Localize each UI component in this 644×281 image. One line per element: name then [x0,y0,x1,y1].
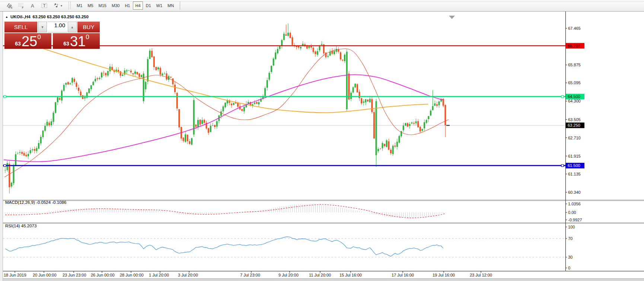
bid-price-marker [446,125,450,126]
buy-price-point: 0 [86,34,89,41]
main-toolbar: EFAT▼ M1M5M15M30H1H4D1W1MN [0,0,644,12]
buy-button[interactable]: BUY [77,22,100,32]
macd-axis-label: 1.0356 [568,202,581,206]
rsi-indicator-label: RSI(14) 45.2073 [5,224,36,228]
tab-timeframe-MN[interactable]: MN [165,1,176,10]
macd-axis-label: 0.00 [568,210,576,215]
price-tick-label: 60.340 [568,190,581,195]
tab-timeframe-M5[interactable]: M5 [85,1,95,10]
tab-timeframe-H4[interactable]: H4 [133,1,143,10]
tab-timeframe-W1[interactable]: W1 [154,1,165,10]
tab-timeframe-H1[interactable]: H1 [122,1,132,10]
rsi-axis-label: 100 [568,225,575,229]
chart-title: ▲ UKOil-,H4 63.250 63.250 63.250 63.250 [5,15,89,19]
time-axis-label: 7 Jul 23:00 [240,273,260,277]
chart-symbol: UKOil-,H4 [10,15,31,19]
indicators-icon-button[interactable]: E [4,1,15,10]
buy-price-main: 31 [70,35,86,48]
line-handle-left[interactable] [4,95,6,98]
tab-timeframe-M30[interactable]: M30 [109,1,122,10]
svg-text:T: T [43,4,45,8]
buy-price-prefix: 63 [63,41,69,47]
price-tick-label: 63.505 [568,117,581,122]
svg-text:F: F [22,6,23,9]
rsi-axis-label: 30 [568,255,573,259]
price-tick-label: 67.465 [568,26,581,31]
time-axis-label: 3 Jul 20:00 [178,273,198,277]
macd-indicator-label: MACD(12,26,9) -0.0524 -0.1086 [5,200,66,205]
price-tick-label: 61.915 [568,154,581,158]
time-axis-label: 23 Jul 12:00 [470,273,492,277]
time-axis-label: 20 Jun 00:00 [33,273,57,277]
macd-axis-label: -0.9927 [568,218,582,222]
time-axis-label: 18 Jun 2019 [4,273,26,277]
time-axis-label: 26 Jun 00:00 [91,273,115,277]
svg-text:E: E [11,6,13,9]
symbol-triangle-icon: ▲ [5,15,8,19]
time-axis-label: 17 Jul 16:00 [392,273,414,277]
time-axis-label: 9 Jul 20:00 [278,273,299,277]
sell-price-main: 25 [22,35,37,48]
price-tick-label: 61.135 [568,172,581,176]
objects-arrows-icon-button[interactable]: ▼ [51,1,65,10]
tab-timeframe-M1[interactable]: M1 [74,1,85,10]
sell-price-quote[interactable]: 63 25 0 [4,33,51,49]
time-axis-label: 15 Jul 16:00 [339,273,362,277]
line-handle-right[interactable] [561,164,564,167]
price-badge-label: 66.707 [568,44,580,48]
price-badge-label: 64.500 [568,94,580,99]
window-left-edge [0,12,3,281]
toolbar-drag-handle[interactable] [68,2,71,9]
price-badge-label: 61.500 [568,163,580,168]
chart-area: 67.46565.87565.09564.30063.50562.71061.9… [3,12,644,281]
one-click-trading-panel: SELL ▼ 1.00 ▲ BUY 63 25 0 63 31 0 [4,22,100,49]
chart-ohlc-values: 63.250 63.250 63.250 63.250 [33,15,89,19]
text-label-icon-button[interactable]: A [28,1,38,10]
svg-text:A: A [31,3,34,9]
price-chart-canvas[interactable]: 67.46565.87565.09564.30063.50562.71061.9… [3,12,644,281]
toolbar-separator [180,1,180,10]
volume-increase-button[interactable]: ▲ [68,22,77,32]
time-axis-label: 11 Jul 20:00 [309,273,331,277]
tab-timeframe-M15[interactable]: M15 [96,1,109,10]
trading-platform-window: EFAT▼ M1M5M15M30H1H4D1W1MN 67.46565.8756… [0,0,644,281]
sell-price-prefix: 63 [15,41,21,47]
line-handle-left[interactable] [4,164,6,167]
price-tick-label: 64.300 [568,99,581,103]
volume-input[interactable]: 1.00 [48,22,67,32]
line-handle-right[interactable] [561,95,564,98]
window-bottom-edge [3,278,644,281]
sell-button[interactable]: SELL [4,22,37,32]
time-axis-label: 28 Jun 00:00 [120,273,144,277]
time-axis-label: 19 Jul 16:00 [433,273,455,277]
price-tick-label: 62.710 [568,136,581,140]
price-tick-label: 65.875 [568,63,581,67]
timeframe-group: M1M5M15M30H1H4D1W1MN [74,1,176,10]
time-axis-label: 1 Jul 20:00 [149,273,169,277]
time-axis-label: 23 Jun 23:00 [63,273,86,277]
chevron-down-icon: ▼ [60,4,63,7]
tab-timeframe-D1[interactable]: D1 [144,1,153,10]
grid-icon-button[interactable]: F [16,1,26,10]
text-box-icon-button[interactable]: T [39,1,50,10]
volume-decrease-button[interactable]: ▼ [38,22,47,32]
buy-price-quote[interactable]: 63 31 0 [53,33,100,49]
drawing-tools-group: EFAT▼ [4,1,65,10]
rsi-axis-label: 70 [568,236,573,241]
price-tick-label: 65.095 [568,80,581,85]
rsi-axis-label: 0 [568,266,570,270]
sell-price-point: 0 [37,34,41,41]
price-badge-label: 63.250 [568,123,580,127]
